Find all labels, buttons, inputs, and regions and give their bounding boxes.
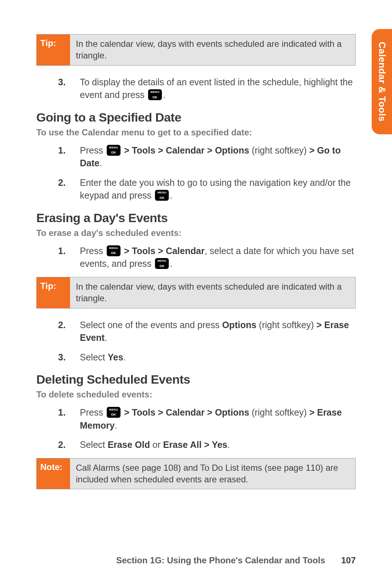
menu-path: > Tools > Calendar [124,246,205,256]
step-list: 1. Press > Tools > Calendar > Options (r… [36,406,356,452]
list-item: 1. Press > Tools > Calendar > Options (r… [36,406,356,432]
side-tab-label: Calendar & Tools [376,42,388,122]
step-number: 2. [58,176,66,189]
step-list: 1. Press > Tools > Calendar, select a da… [36,245,356,270]
section-subhead: To use the Calendar menu to get to a spe… [36,127,356,138]
step-number: 2. [58,319,66,332]
step-text: . [228,440,230,450]
step-text: . [99,158,102,168]
menu-path: > Tools > Calendar > Options [124,407,249,417]
step-text: Select [80,440,107,450]
bold-term: Yes [107,352,123,362]
step-text: Press [80,246,106,256]
list-item: 2. Select Erase Old or Erase All > Yes. [36,438,356,452]
menu-ok-key-icon [107,245,121,256]
list-item: 1. Press > Tools > Calendar, select a da… [36,245,356,270]
footer-section: Section 1G: Using the Phone's Calendar a… [116,555,325,565]
bold-term: Options [222,320,256,330]
list-item: 3. Select Yes. [36,351,356,364]
menu-ok-key-icon [107,407,121,418]
step-text: (right softkey) [249,407,309,417]
tip-text: In the calendar view, days with events s… [70,34,355,65]
list-item: 2. Enter the date you wish to go to usin… [36,176,356,202]
step-text: . [123,352,126,362]
step-text: . [170,190,172,200]
step-text: Enter the date you wish to go to using t… [80,177,351,201]
step-list: 3. To display the details of an event li… [36,76,356,102]
list-item: 3. To display the details of an event li… [36,76,356,102]
section-side-tab: Calendar & Tools [372,29,392,134]
menu-ok-key-icon [155,258,169,269]
step-text: . [163,90,166,100]
step-text: Select [80,352,107,362]
section-heading: Deleting Scheduled Events [36,372,356,387]
note-callout: Note: Call Alarms (see page 108) and To … [36,458,356,490]
step-text: (right softkey) [249,145,309,155]
section-heading: Going to a Specified Date [36,110,356,124]
step-text: . [170,258,172,269]
note-label: Note: [37,458,70,489]
step-text: (right softkey) [256,320,316,330]
menu-ok-key-icon [148,89,162,100]
step-text: or [150,440,163,450]
step-text: . [115,420,117,430]
tip-callout: Tip: In the calendar view, days with eve… [36,34,356,66]
section-subhead: To delete scheduled events: [36,389,356,400]
bold-term: Erase Old [107,440,150,450]
step-list: 2. Select one of the events and press Op… [36,319,356,364]
step-text: . [105,332,107,343]
section-heading: Erasing a Day's Events [36,211,356,225]
step-text: To display the details of an event liste… [80,77,353,100]
step-text: , select a date for which you have set e… [80,246,354,269]
list-item: 1. Press > Tools > Calendar > Options (r… [36,144,356,170]
tip-label: Tip: [37,277,70,308]
menu-ok-key-icon [107,145,121,156]
step-text: Press [80,407,106,417]
step-text: Select one of the events and press [80,320,222,330]
step-number: 1. [58,245,66,258]
page-number: 107 [341,555,356,565]
step-number: 1. [58,144,66,157]
tip-label: Tip: [37,34,70,65]
step-number: 1. [58,406,66,419]
note-text: Call Alarms (see page 108) and To Do Lis… [70,458,355,489]
list-item: 2. Select one of the events and press Op… [36,319,356,344]
menu-ok-key-icon [155,190,169,201]
step-list: 1. Press > Tools > Calendar > Options (r… [36,144,356,202]
tip-callout: Tip: In the calendar view, days with eve… [36,277,356,309]
step-number: 3. [58,351,66,364]
section-subhead: To erase a day's scheduled events: [36,228,356,238]
menu-path: Erase All > Yes [163,440,227,450]
page-body: Tip: In the calendar view, days with eve… [36,29,356,499]
step-number: 3. [58,76,66,89]
tip-text: In the calendar view, days with events s… [70,277,355,308]
page-footer: Section 1G: Using the Phone's Calendar a… [36,555,356,565]
menu-path: > Tools > Calendar > Options [124,145,249,155]
step-number: 2. [58,438,66,452]
step-text: Press [80,145,106,155]
